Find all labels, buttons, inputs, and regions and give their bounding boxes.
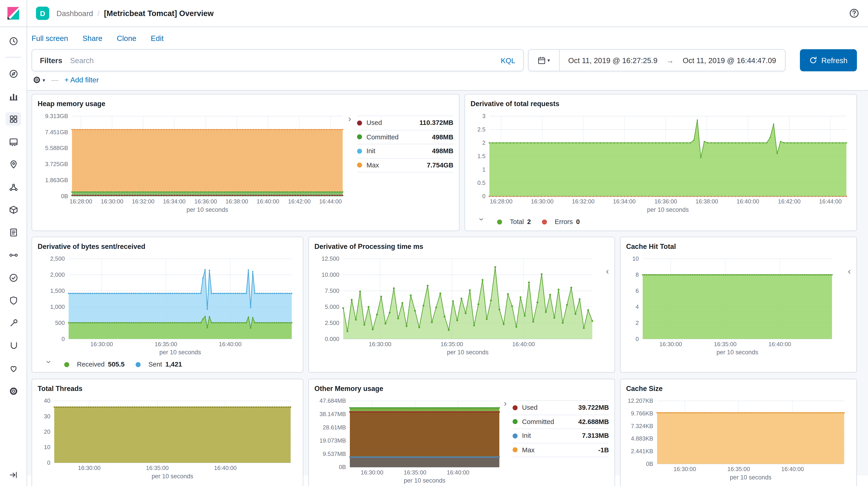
total-requests-chart[interactable]: 32.521.510.5016:28:0016:30:0016:32:0016:… [470, 113, 851, 206]
legend-label: Used [522, 404, 538, 412]
panel-title[interactable]: Total Threads [37, 385, 297, 393]
x-axis-caption: per 10 seconds [37, 349, 297, 356]
legend-collapse-icon[interactable]: › [348, 115, 357, 213]
svg-text:2: 2 [636, 320, 639, 326]
chevron-down-icon: ▾ [42, 77, 45, 83]
legend-item[interactable]: Committed498MB [357, 130, 454, 144]
date-from[interactable]: Oct 11, 2019 @ 16:27:25.9 [568, 56, 657, 64]
svg-text:16:40:00: 16:40:00 [737, 198, 759, 205]
cube-icon [9, 205, 18, 214]
sidebar-item-infrastructure[interactable] [5, 203, 21, 216]
kibana-logo[interactable] [0, 0, 27, 27]
panel-title[interactable]: Other Memory usage [314, 385, 609, 393]
panel-other-memory-usage: Other Memory usage 47.684MB38.147MB28.61… [308, 379, 615, 486]
bytes-sent-received-chart[interactable]: 2,5002,0001,5001,000500016:30:0016:35:00… [37, 256, 297, 348]
svg-text:16:35:00: 16:35:00 [440, 341, 463, 347]
svg-text:1,500: 1,500 [50, 287, 65, 294]
legend-dot [513, 448, 518, 453]
help-icon[interactable] [849, 8, 859, 18]
heap-memory-chart[interactable]: 9.313GB7.451GB5.588GB3.725GB1.863GB0B16:… [37, 113, 347, 206]
legend-item[interactable]: Init7.313MB [513, 429, 609, 443]
legend-item[interactable]: Used110.372MB [357, 116, 454, 130]
space-badge[interactable]: D [36, 6, 49, 20]
legend-collapse-icon[interactable]: ‹ [606, 267, 609, 276]
kql-button[interactable]: KQL [493, 56, 523, 64]
legend-dot [357, 120, 362, 125]
sidebar-item-stack-monitoring[interactable] [5, 362, 21, 375]
panel-title[interactable]: Heap memory usage [37, 100, 453, 108]
search-input[interactable] [70, 50, 493, 71]
menu-item-clone[interactable]: Clone [117, 34, 136, 43]
filter-options-button[interactable]: ▾ [33, 76, 45, 84]
collapse-sidebar-icon[interactable] [9, 470, 18, 481]
legend-item[interactable]: Max-1B [513, 443, 609, 457]
sidebar-item-logstash[interactable] [5, 339, 21, 352]
x-axis-caption: per 10 seconds [314, 477, 503, 484]
cache-size-chart[interactable]: 12.207KB9.766KB7.324KB4.883KB2.441KB0B16… [626, 398, 851, 473]
breadcrumb-dashboard[interactable]: Dashboard [57, 9, 93, 18]
legend-item[interactable]: Committed42.688MB [513, 415, 609, 429]
svg-text:0: 0 [636, 336, 639, 342]
x-axis-caption: per 10 seconds [470, 206, 851, 213]
sidebar-item-management[interactable] [5, 384, 21, 398]
panel-title[interactable]: Cache Size [626, 385, 851, 393]
filters-button[interactable]: Filters [32, 50, 70, 71]
legend-value: 498MB [432, 147, 454, 155]
sidebar-item-uptime[interactable] [5, 271, 21, 284]
sidebar-item-dashboard[interactable] [5, 112, 21, 126]
sidebar-item-logs[interactable] [5, 225, 21, 239]
panel-title[interactable]: Derivative of total requests [470, 100, 851, 108]
calendar-button[interactable]: ▾ [529, 50, 560, 71]
legend-item[interactable]: Max7.754GB [357, 158, 454, 173]
add-filter-link[interactable]: + Add filter [64, 76, 99, 84]
legend-item[interactable]: Errors0 [542, 218, 580, 225]
svg-text:16:35:00: 16:35:00 [146, 465, 168, 471]
sidebar-item-apm[interactable] [5, 248, 21, 262]
refresh-button[interactable]: Refresh [800, 49, 857, 71]
svg-text:3: 3 [482, 113, 485, 119]
sidebar-item-visualize[interactable] [5, 90, 21, 103]
sidebar-item-dev-tools[interactable] [5, 316, 21, 330]
shield-icon [9, 296, 18, 305]
sidebar-item-machine-learning[interactable] [5, 180, 21, 194]
breadcrumb: Dashboard / [Metricbeat Tomcat] Overview [57, 9, 214, 18]
sidebar-item-recently-viewed[interactable] [5, 34, 21, 48]
refresh-icon [809, 56, 817, 64]
sidebar-item-discover[interactable] [5, 67, 21, 80]
panel-cache-hit-total: Cache Hit Total ‹ 108642016:30:0016:35:0… [620, 237, 857, 373]
other-memory-chart[interactable]: 47.684MB38.147MB28.61MB19.073MB9.537MB0B… [314, 398, 503, 477]
legend-collapse-icon[interactable]: › [504, 399, 513, 484]
menu-item-full-screen[interactable]: Full screen [31, 34, 68, 43]
legend-item[interactable]: Sent1,421 [136, 360, 182, 368]
x-axis-caption: per 10 seconds [314, 349, 609, 356]
sidebar-item-canvas[interactable] [5, 135, 21, 148]
legend-item[interactable]: Used39.722MB [513, 401, 609, 415]
cache-hit-chart[interactable]: 108642016:30:0016:35:0016:40:00 [626, 256, 851, 348]
legend-item[interactable]: Total2 [497, 218, 531, 225]
legend-item[interactable]: Init498MB [357, 144, 454, 158]
canvas-icon [9, 137, 18, 146]
legend-item[interactable]: Received505.5 [64, 360, 125, 368]
panel-title[interactable]: Derivative of Processing time ms [314, 243, 609, 250]
panel-title[interactable]: Derivative of bytes sent/received [37, 243, 297, 250]
svg-text:16:40:00: 16:40:00 [257, 198, 279, 205]
date-to[interactable]: Oct 11, 2019 @ 16:44:47.09 [683, 56, 776, 64]
legend-collapse-icon[interactable]: › [477, 218, 486, 227]
sidebar-item-maps[interactable] [5, 157, 21, 171]
heart-pulse-icon [9, 364, 18, 373]
total-threads-chart[interactable]: 40302010016:30:0016:35:0016:40:00 [37, 398, 297, 472]
processing-time-chart[interactable]: 12.50010.0007.5005.0002.5000.00016:30:00… [314, 256, 609, 348]
sidebar-item-siem[interactable] [5, 294, 21, 307]
chevron-down-icon: ▾ [547, 58, 550, 63]
menu-item-share[interactable]: Share [83, 34, 102, 43]
svg-text:16:34:00: 16:34:00 [163, 198, 186, 205]
svg-text:16:40:00: 16:40:00 [781, 466, 804, 472]
panel-title[interactable]: Cache Hit Total [626, 243, 851, 250]
query-bar: Filters KQL ▾ Oct 11, 2019 @ 16:27:25.9 … [27, 48, 868, 71]
bar-chart-icon [9, 91, 18, 101]
menu-item-edit[interactable]: Edit [151, 34, 164, 43]
legend-collapse-icon[interactable]: ‹ [848, 267, 851, 276]
legend-collapse-icon[interactable]: › [44, 360, 53, 369]
compass-icon [9, 69, 18, 78]
map-pin-icon [9, 159, 18, 169]
